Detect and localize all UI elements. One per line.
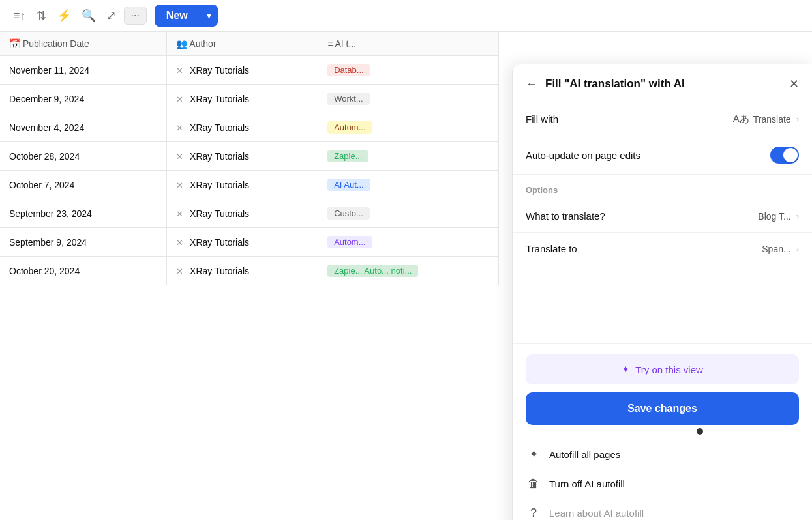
close-button[interactable]: ✕ <box>789 77 799 91</box>
table-row: October 28, 2024 ✕ XRay Tutorials Zapie.… <box>0 142 499 171</box>
filter-icon[interactable]: ≡↑ <box>10 7 29 25</box>
author-cell: ✕ XRay Tutorials <box>167 257 318 285</box>
more-button[interactable]: ··· <box>124 7 147 25</box>
tag: AI Aut... <box>327 179 370 191</box>
turnoff-label: Turn off AI autofill <box>549 478 625 489</box>
x-icon: ✕ <box>176 66 183 76</box>
panel-header: ← Fill "AI translation" with AI ✕ <box>513 64 812 102</box>
table-row: December 9, 2024 ✕ XRay Tutorials Workt.… <box>0 85 499 113</box>
panel-actions: ✦ Autofill all pages 🗑 Turn off AI autof… <box>526 438 799 520</box>
chevron-right-icon: › <box>796 211 799 221</box>
translate-to-row[interactable]: Translate to Span... › <box>513 233 812 265</box>
question-icon: ? <box>526 506 541 520</box>
connect-icon[interactable]: ⤢ <box>104 6 119 25</box>
lightning-icon[interactable]: ⚡ <box>54 6 74 25</box>
author-cell: ✕ XRay Tutorials <box>167 199 318 228</box>
sparkle-icon: ✦ <box>622 364 630 375</box>
try-button[interactable]: ✦ Try on this view <box>526 354 799 384</box>
author-cell: ✕ XRay Tutorials <box>167 113 318 142</box>
new-button-group: New ▾ <box>155 5 218 27</box>
panel-footer: ✦ Try on this view Save changes ✦ Autofi… <box>513 343 812 520</box>
list-icon: ≡ <box>327 38 333 49</box>
save-button[interactable]: Save changes <box>526 392 799 425</box>
turnoff-action[interactable]: 🗑 Turn off AI autofill <box>526 470 799 497</box>
toggle-switch[interactable] <box>770 147 799 164</box>
x-icon: ✕ <box>176 94 183 104</box>
tag-cell: Zapie... Auto... noti... <box>318 257 499 285</box>
what-translate-label: What to translate? <box>526 210 605 222</box>
learn-action[interactable]: ? Learn about AI autofill <box>526 500 799 520</box>
auto-update-label: Auto-update on page edits <box>526 150 640 161</box>
tag: Datab... <box>327 64 370 76</box>
tag-cell: Zapie... <box>318 142 499 171</box>
tag-cell: Autom... <box>318 228 499 257</box>
tag: Zapie... <box>327 150 368 162</box>
options-label: Options <box>513 175 812 200</box>
what-translate-value-text: Blog T... <box>758 211 790 222</box>
fill-with-value-text: Translate <box>753 114 791 124</box>
x-icon: ✕ <box>176 152 183 162</box>
translate-to-value-text: Span... <box>762 244 790 254</box>
table-row: November 11, 2024 ✕ XRay Tutorials Datab… <box>0 56 499 85</box>
autofill-all-label: Autofill all pages <box>549 449 620 460</box>
tag: Zapie... Auto... noti... <box>327 265 418 277</box>
col-author[interactable]: 👥 Author <box>167 32 318 56</box>
x-icon: ✕ <box>176 238 183 248</box>
translate-to-value: Span... › <box>762 244 799 254</box>
date-cell: October 7, 2024 <box>0 171 167 199</box>
trash-icon: 🗑 <box>526 477 541 491</box>
table-row: October 7, 2024 ✕ XRay Tutorials AI Aut.… <box>0 171 499 199</box>
author-cell: ✕ XRay Tutorials <box>167 142 318 171</box>
x-icon: ✕ <box>176 123 183 133</box>
date-cell: November 4, 2024 <box>0 113 167 142</box>
fill-with-label: Fill with <box>526 113 558 124</box>
author-cell: ✕ XRay Tutorials <box>167 85 318 113</box>
calendar-icon: 📅 <box>9 38 20 49</box>
main-content: 📅 Publication Date 👥 Author ≡ AI t... No… <box>0 32 812 520</box>
chevron-right-icon: › <box>796 114 799 124</box>
cursor <box>697 428 703 435</box>
tag-cell: Datab... <box>318 56 499 85</box>
tag: Autom... <box>327 236 372 248</box>
tag-cell: Autom... <box>318 113 499 142</box>
learn-label: Learn about AI autofill <box>549 508 644 519</box>
date-cell: October 20, 2024 <box>0 257 167 285</box>
table-row: September 23, 2024 ✕ XRay Tutorials Cust… <box>0 199 499 228</box>
date-cell: December 9, 2024 <box>0 85 167 113</box>
date-cell: October 28, 2024 <box>0 142 167 171</box>
what-translate-row[interactable]: What to translate? Blog T... › <box>513 200 812 233</box>
tag: Workt... <box>327 93 370 105</box>
x-icon: ✕ <box>176 267 183 276</box>
fill-with-row[interactable]: Fill with Aあ Translate › <box>513 102 812 136</box>
date-cell: November 11, 2024 <box>0 56 167 85</box>
toolbar: ≡↑ ⇅ ⚡ 🔍 ⤢ ··· New ▾ <box>0 0 812 32</box>
back-button[interactable]: ← <box>526 78 537 91</box>
autofill-icon: ✦ <box>526 447 541 461</box>
col-publication-date[interactable]: 📅 Publication Date <box>0 32 167 56</box>
data-table: 📅 Publication Date 👥 Author ≡ AI t... No… <box>0 32 499 285</box>
x-icon: ✕ <box>176 181 183 190</box>
search-icon[interactable]: 🔍 <box>79 6 98 25</box>
autofill-all-action[interactable]: ✦ Autofill all pages <box>526 441 799 468</box>
table-row: September 9, 2024 ✕ XRay Tutorials Autom… <box>0 228 499 257</box>
author-cell: ✕ XRay Tutorials <box>167 228 318 257</box>
table-row: October 20, 2024 ✕ XRay Tutorials Zapie.… <box>0 257 499 285</box>
translate-icon: Aあ <box>733 113 749 125</box>
auto-update-row: Auto-update on page edits <box>513 136 812 175</box>
what-translate-value: Blog T... › <box>758 211 799 222</box>
col-ai-translation[interactable]: ≡ AI t... <box>318 32 499 56</box>
chevron-right-icon: › <box>796 244 799 253</box>
date-cell: September 9, 2024 <box>0 228 167 257</box>
author-cell: ✕ XRay Tutorials <box>167 56 318 85</box>
new-chevron-button[interactable]: ▾ <box>200 5 218 26</box>
panel-title: Fill "AI translation" with AI <box>545 78 781 91</box>
tag-cell: Custo... <box>318 199 499 228</box>
auto-update-toggle[interactable] <box>770 147 799 164</box>
tag-cell: Workt... <box>318 85 499 113</box>
translate-to-label: Translate to <box>526 243 577 254</box>
x-icon: ✕ <box>176 209 183 219</box>
new-button[interactable]: New <box>155 5 200 27</box>
panel-body: Fill with Aあ Translate › Auto-update on … <box>513 102 812 343</box>
sort-icon[interactable]: ⇅ <box>34 6 49 25</box>
tag: Autom... <box>327 121 372 134</box>
